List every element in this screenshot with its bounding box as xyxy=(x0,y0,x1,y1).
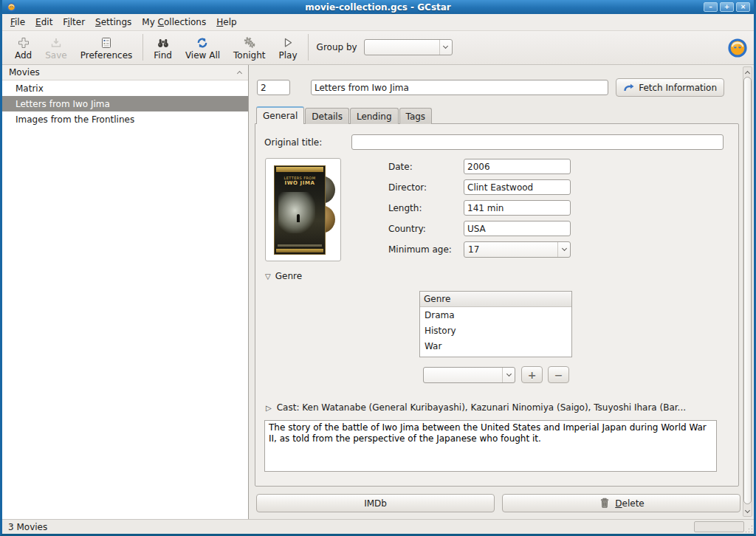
movie-title-field[interactable] xyxy=(311,80,608,95)
genre-expander-label: Genre xyxy=(275,271,302,281)
sort-collapse-icon[interactable] xyxy=(237,71,242,76)
director-label: Director: xyxy=(388,182,464,193)
tab-lending[interactable]: Lending xyxy=(350,108,399,124)
menubar: File Edit Filter Settings My Collections… xyxy=(2,14,754,31)
view-all-refresh-icon xyxy=(196,36,209,49)
expander-collapsed-icon[interactable]: ▷ xyxy=(266,404,272,412)
genre-expander[interactable]: ▽ Genre xyxy=(265,271,302,281)
sidebar-item-images-from-the-frontlines[interactable]: Images from the Frontlines xyxy=(2,111,248,127)
country-label: Country: xyxy=(388,224,464,234)
group-by-label: Group by xyxy=(317,42,357,52)
status-progress-area xyxy=(694,521,744,532)
tonight-button[interactable]: Tonight xyxy=(227,35,272,62)
minimum-age-label: Minimum age: xyxy=(388,244,464,255)
sidebar-column-header[interactable]: Movies xyxy=(2,65,248,80)
preferences-icon xyxy=(100,36,113,49)
menu-settings[interactable]: Settings xyxy=(90,16,137,29)
genre-list-header[interactable]: Genre xyxy=(420,292,571,307)
original-title-label: Original title: xyxy=(264,137,351,148)
save-button[interactable]: Save xyxy=(38,35,73,62)
delete-button[interactable]: Delete xyxy=(502,494,740,512)
group-by-combo[interactable] xyxy=(364,39,453,55)
titlebar[interactable]: movie-collection.gcs - GCstar – + × xyxy=(2,0,754,14)
movie-count: 3 Movies xyxy=(8,522,47,532)
fetch-information-button[interactable]: Fetch Information xyxy=(616,78,724,97)
sidebar-header-label: Movies xyxy=(9,67,40,78)
expander-open-icon[interactable]: ▽ xyxy=(265,272,271,281)
sidebar-item-letters-from-iwo-jima[interactable]: Letters from Iwo Jima xyxy=(2,96,248,111)
preferences-button[interactable]: Preferences xyxy=(74,35,140,62)
genre-remove-button[interactable]: − xyxy=(548,366,569,383)
close-button[interactable]: × xyxy=(736,2,750,12)
tab-details[interactable]: Details xyxy=(305,108,349,124)
menu-file[interactable]: File xyxy=(5,16,30,29)
soldier-silhouette xyxy=(297,214,300,222)
genre-add-combo[interactable] xyxy=(423,367,515,383)
scroll-down-icon[interactable] xyxy=(743,506,752,516)
chevron-down-icon[interactable] xyxy=(557,242,570,257)
original-title-field[interactable] xyxy=(351,134,724,150)
genre-add-button[interactable]: + xyxy=(521,366,543,383)
add-plus-icon xyxy=(17,36,30,49)
poster-cover-art: LETTERS FROM IWO JIMA xyxy=(274,165,326,255)
menu-my-collections[interactable]: My Collections xyxy=(137,16,211,29)
tonight-gears-icon xyxy=(243,36,256,49)
trash-icon xyxy=(598,497,611,509)
country-field[interactable] xyxy=(464,221,571,236)
movie-poster[interactable]: LETTERS FROM IWO JIMA xyxy=(265,158,341,261)
vertical-scrollbar[interactable] xyxy=(743,66,752,517)
toolbar-separator xyxy=(142,34,143,61)
add-button[interactable]: Add xyxy=(8,35,38,62)
imdb-button[interactable]: IMDb xyxy=(256,494,495,512)
genre-row-drama[interactable]: Drama xyxy=(420,307,571,323)
cast-summary: Cast: Ken Watanabe (General Kuribayashi)… xyxy=(277,402,686,413)
scrollbar-thumb[interactable] xyxy=(743,77,752,504)
menu-edit[interactable]: Edit xyxy=(30,16,58,29)
genre-row-war[interactable]: War xyxy=(420,338,571,354)
chevron-down-icon[interactable] xyxy=(439,40,452,55)
play-button[interactable]: Play xyxy=(272,35,304,62)
menu-help[interactable]: Help xyxy=(211,16,241,29)
minimum-age-combo[interactable]: 17 xyxy=(464,241,571,258)
gcstar-logo-icon xyxy=(727,38,748,58)
length-label: Length: xyxy=(388,203,464,213)
play-icon xyxy=(281,36,295,49)
movie-id-field[interactable] xyxy=(257,80,290,95)
save-icon xyxy=(49,36,63,49)
statusbar: 3 Movies xyxy=(2,519,754,534)
genre-list: Genre Drama History War xyxy=(419,291,572,357)
resize-grip[interactable] xyxy=(752,532,752,532)
menu-filter[interactable]: Filter xyxy=(58,16,90,29)
maximize-button[interactable]: + xyxy=(720,2,734,12)
find-button[interactable]: Find xyxy=(147,35,179,62)
movie-detail-panel: Fetch Information General Details Lendin… xyxy=(249,65,754,519)
genre-row-history[interactable]: History xyxy=(420,323,571,338)
tab-tags[interactable]: Tags xyxy=(399,108,433,124)
tab-general[interactable]: General xyxy=(256,106,304,124)
movie-list-sidebar: Movies Matrix Letters from Iwo Jima Imag… xyxy=(2,65,249,519)
cast-expander[interactable]: ▷ Cast: Ken Watanabe (General Kuribayash… xyxy=(266,402,686,413)
toolbar: Add Save Preferences xyxy=(2,31,754,65)
scroll-up-icon[interactable] xyxy=(743,67,752,77)
length-field[interactable] xyxy=(464,200,571,216)
date-field[interactable] xyxy=(464,159,571,174)
synopsis-field[interactable]: The story of the battle of Iwo Jima betw… xyxy=(264,420,717,472)
date-label: Date: xyxy=(388,162,464,172)
window-title: movie-collection.gcs - GCstar xyxy=(2,2,754,13)
detail-tabs: General Details Lending Tags xyxy=(255,106,736,124)
find-binoculars-icon xyxy=(157,36,170,49)
general-tab-panel: Original title: LETTERS FROM IWO JIMA xyxy=(255,123,739,487)
director-field[interactable] xyxy=(464,179,571,195)
view-all-button[interactable]: View All xyxy=(179,35,227,62)
toolbar-separator xyxy=(308,34,309,61)
minimize-button[interactable]: – xyxy=(704,2,718,12)
sidebar-item-matrix[interactable]: Matrix xyxy=(2,80,248,96)
gcstar-window: movie-collection.gcs - GCstar – + × File… xyxy=(0,0,756,536)
fetch-arrow-icon xyxy=(623,83,635,93)
chevron-down-icon[interactable] xyxy=(502,368,515,382)
